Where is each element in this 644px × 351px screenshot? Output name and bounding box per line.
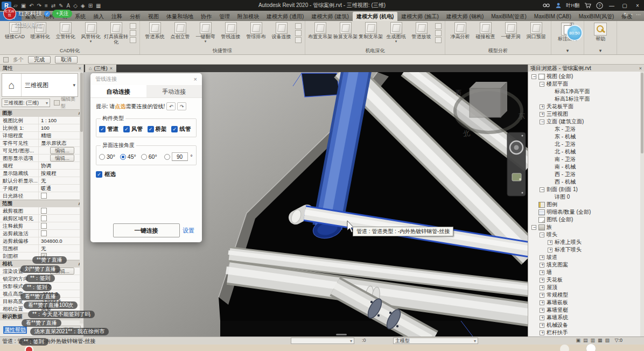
tree-item[interactable]: 视图 (全部) bbox=[528, 73, 644, 80]
tree-item[interactable]: 标高1净高平面 bbox=[528, 88, 644, 95]
property-row[interactable]: 比例值 1:100 bbox=[0, 124, 83, 132]
tree-item[interactable]: 楼层平面 bbox=[528, 80, 644, 88]
minimize-button[interactable]: — bbox=[607, 3, 616, 9]
tree-item[interactable]: 剖面 (剖面 1) bbox=[528, 186, 644, 193]
component-checkbox[interactable]: 线管 bbox=[171, 125, 193, 133]
tree-item[interactable]: 图例 bbox=[528, 201, 644, 208]
property-value[interactable]: 调整 bbox=[41, 305, 51, 312]
tree-item[interactable]: 常规模型 bbox=[528, 291, 644, 299]
mini-toolbar-icon[interactable]: ▫ bbox=[631, 12, 633, 17]
edit-type-button[interactable]: 编辑类型 bbox=[52, 99, 82, 107]
ribbon-tab[interactable]: 注释 bbox=[108, 12, 126, 21]
filter-icon[interactable]: ▽:0 bbox=[615, 338, 622, 343]
ribbon-tab[interactable]: 体量和场地 bbox=[163, 12, 197, 21]
property-row[interactable]: 可见性/图形...编辑... bbox=[0, 147, 83, 155]
property-row[interactable]: 注释裁剪 bbox=[0, 222, 83, 230]
ribbon-tab[interactable]: 建模大师 (施工) bbox=[397, 12, 442, 21]
ribbon-button[interactable]: 净高分析 bbox=[447, 22, 473, 40]
close-icon[interactable]: × bbox=[194, 76, 197, 82]
properties-scrollbar[interactable] bbox=[80, 72, 83, 324]
tree-item[interactable]: 东 - 机械 bbox=[528, 133, 644, 141]
property-row[interactable]: 相机位置调整 bbox=[0, 305, 83, 313]
tree-item[interactable]: 栏杆扶手 bbox=[528, 329, 644, 336]
property-value[interactable]: 编辑... bbox=[50, 268, 74, 275]
redo-icon[interactable]: ↷ bbox=[177, 102, 186, 110]
tree-item[interactable]: 屋顶 bbox=[528, 284, 644, 291]
instance-selector[interactable]: 三维视图: (三维) ▾ bbox=[2, 99, 50, 107]
tree-item[interactable]: 明细表/数量 (全部) bbox=[528, 208, 644, 216]
property-row[interactable]: 投影模式正交 bbox=[0, 283, 83, 290]
tree-item[interactable]: 填充图案 bbox=[528, 261, 644, 269]
expander-icon[interactable] bbox=[548, 240, 552, 245]
property-row[interactable]: 默认分析显示...无 bbox=[0, 177, 83, 185]
ribbon-button[interactable]: 点创立管 bbox=[167, 22, 193, 43]
angle-radio[interactable]: 30° bbox=[99, 153, 120, 160]
tree-item[interactable]: 幕墙系统 bbox=[528, 314, 644, 321]
multiple-checkbox[interactable] bbox=[3, 57, 9, 62]
component-checkbox[interactable]: 管道 bbox=[99, 125, 121, 133]
property-row[interactable]: 裁剪视图 bbox=[0, 207, 83, 215]
ribbon-button[interactable]: 风管转化 bbox=[78, 22, 103, 45]
tree-item[interactable]: 坡道 bbox=[528, 254, 644, 261]
ribbon-tab[interactable]: 管理 bbox=[215, 12, 234, 21]
panel-mini-icons[interactable] bbox=[129, 22, 137, 45]
ribbon-button[interactable]: 灯具插座转化 bbox=[103, 22, 129, 45]
selection-toggle-icon[interactable]: ▣ bbox=[576, 338, 580, 343]
mini-toolbar-icon[interactable]: ⋯ bbox=[636, 12, 641, 17]
tree-item[interactable]: 西 - 机械 bbox=[528, 178, 644, 186]
follow-button[interactable]: +关注 bbox=[52, 10, 72, 18]
property-row[interactable]: 图形显示选项编辑... bbox=[0, 155, 83, 162]
expander-icon[interactable] bbox=[540, 323, 544, 328]
expander-icon[interactable] bbox=[540, 120, 544, 124]
ribbon-button[interactable]: 立管转化 bbox=[53, 22, 78, 45]
close-icon[interactable]: × bbox=[110, 66, 113, 71]
ribbon-button[interactable]: 管综排布 bbox=[243, 22, 269, 43]
property-row[interactable]: 锁定的方向 bbox=[0, 275, 83, 283]
property-value[interactable]: -2511.3 bbox=[41, 290, 58, 297]
property-row[interactable]: 规程协调 bbox=[0, 162, 83, 170]
close-button[interactable]: × bbox=[633, 3, 642, 9]
qat-icon[interactable]: ⊞ bbox=[88, 3, 93, 9]
ribbon-button[interactable]: 管线连接 bbox=[218, 22, 243, 43]
view-tab-3d[interactable]: ⌂ (三维) × bbox=[85, 65, 116, 72]
ribbon-tab[interactable]: MaxiBIM(风管) bbox=[575, 12, 618, 21]
project-browser-header[interactable]: 项目浏览器 - 管综案例.rvt × bbox=[528, 65, 644, 72]
finish-button[interactable]: 完成 bbox=[28, 56, 51, 64]
expander-icon[interactable] bbox=[540, 255, 544, 260]
property-value[interactable]: 暖通 bbox=[41, 185, 51, 192]
chevron-down-icon[interactable]: ▾ bbox=[73, 82, 75, 88]
tree-item[interactable]: 北 - 机械 bbox=[528, 148, 644, 156]
expander-icon[interactable] bbox=[540, 300, 544, 305]
expander-icon[interactable] bbox=[540, 331, 544, 335]
property-value[interactable]: 100 bbox=[41, 124, 50, 131]
panel-dropdown-arrow[interactable]: ▾ bbox=[584, 47, 617, 54]
property-row[interactable]: 日光路径 bbox=[0, 192, 83, 200]
properties-help-link[interactable]: 属性帮助 bbox=[3, 326, 27, 334]
ribbon-tab[interactable]: MaxiBIM(管道) bbox=[487, 12, 530, 21]
dialog-tab[interactable]: 手动连接 bbox=[146, 85, 202, 97]
property-row[interactable]: 视图比例1 : 100 bbox=[0, 117, 83, 124]
property-row[interactable]: 零件可见性显示原状态 bbox=[0, 139, 83, 147]
tree-item[interactable]: 天花板平面 bbox=[528, 103, 644, 110]
restore-button[interactable]: ▢ bbox=[620, 3, 629, 9]
property-value[interactable]: 按规程 bbox=[41, 170, 57, 177]
expander-icon[interactable] bbox=[540, 285, 544, 290]
apply-button[interactable]: 应用 bbox=[56, 326, 81, 335]
property-row[interactable]: 裁剪区域可见 bbox=[0, 215, 83, 222]
tree-item[interactable]: 西 - 卫浴 bbox=[528, 171, 644, 178]
ribbon-tab[interactable]: 建模大师 (建筑) bbox=[307, 12, 352, 21]
property-row[interactable]: 范围框无 bbox=[0, 245, 83, 252]
property-row[interactable]: 详细程度精细 bbox=[0, 132, 83, 139]
component-checkbox[interactable]: 桥架 bbox=[148, 125, 170, 133]
expander-icon[interactable] bbox=[540, 233, 544, 237]
expander-icon[interactable] bbox=[540, 82, 544, 87]
user-account-icon[interactable] bbox=[555, 2, 562, 9]
tree-item[interactable]: 幕墙竖梃 bbox=[528, 306, 644, 314]
property-value[interactable]: 无 bbox=[41, 177, 46, 184]
selection-toggle-icon[interactable]: ▧ bbox=[605, 338, 610, 343]
expander-icon[interactable] bbox=[540, 308, 544, 313]
selection-toggle-icon[interactable]: ▤ bbox=[583, 338, 588, 343]
tree-item[interactable]: 南 - 机械 bbox=[528, 163, 644, 171]
panel-dropdown-arrow[interactable]: ▾ bbox=[551, 47, 584, 54]
property-value[interactable]: 无 bbox=[41, 245, 46, 252]
